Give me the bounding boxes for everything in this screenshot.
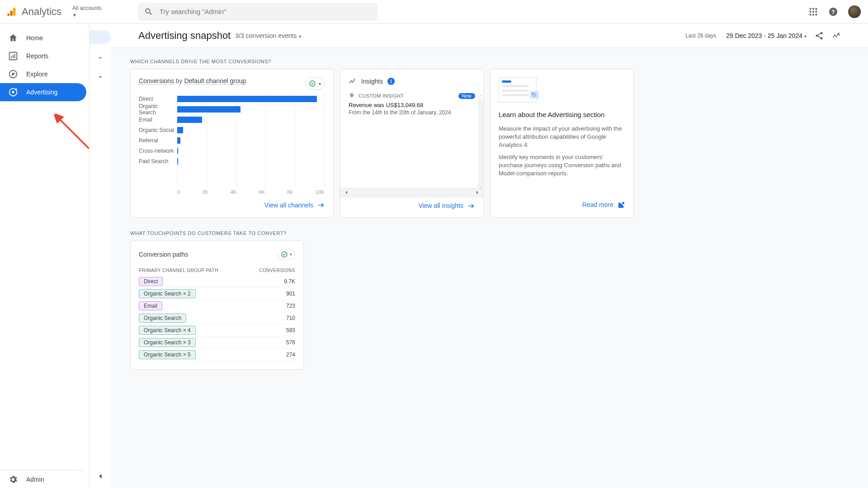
chart-bar-row: Organic Social [177,125,325,135]
path-row[interactable]: Organic Search × 5274 [139,349,295,361]
card-filter-dropdown[interactable]: ▾ [305,77,325,90]
share-icon[interactable] [815,31,824,40]
product-name: Analytics [22,6,61,18]
path-row[interactable]: Email723 [139,300,295,312]
account-label: All accounts [72,5,102,11]
insights-pager [340,188,483,197]
path-row[interactable]: Organic Search × 3576 [139,337,295,349]
path-value: 901 [286,291,295,297]
scroll-up-icon [478,93,483,99]
chart-bar-row: Direct [177,94,325,104]
rail-expand-2[interactable] [95,71,106,82]
nav-label: Explore [26,70,47,78]
channels-card-title: Conversions by Default channel group [139,77,246,84]
search-input[interactable] [160,8,371,15]
conversion-paths-card: Conversion paths ▾ PRIMARY CHANNEL GROUP… [130,240,304,370]
collapse-rail-button[interactable] [95,471,106,482]
section-1-label: WHICH CHANNELS DRIVE THE MOST CONVERSION… [130,59,849,64]
path-value: 576 [286,339,295,346]
path-value: 593 [286,327,295,333]
bar [177,96,317,102]
bar-label: Direct [139,96,175,102]
nav-reports[interactable]: Reports [0,47,86,65]
bar [177,158,178,164]
nav-explore[interactable]: Explore [0,65,86,83]
new-badge: New [458,93,475,99]
top-bar: Analytics All accounts ▾ ? [0,0,868,23]
bar-label: Referral [139,137,175,144]
user-avatar[interactable] [848,5,861,18]
svg-rect-4 [812,8,814,9]
paths-filter-dropdown[interactable]: ▾ [278,249,295,260]
learn-card-title: Learn about the Advertising section [499,111,625,118]
path-chip: Organic Search × 2 [139,289,196,298]
nav-label: Home [26,34,43,42]
svg-point-26 [533,94,533,94]
chart-bar-row: Referral [177,135,325,145]
svg-rect-1 [10,10,13,16]
section-2-label: WHAT TOUCHPOINTS DO CUSTOMERS TAKE TO CO… [130,230,849,236]
rail-expand-1[interactable] [95,52,106,63]
check-circle-icon [281,251,288,258]
svg-point-25 [310,81,315,86]
path-chip: Organic Search [139,314,186,323]
open-external-icon [617,201,625,209]
home-icon [8,33,18,43]
svg-point-2 [7,13,10,15]
path-value: 274 [286,352,295,358]
x-tick: 4K [231,189,236,195]
chevron-left-icon[interactable] [343,189,349,196]
insights-title: Insights [361,78,383,85]
nav-home[interactable]: Home [0,29,86,47]
scroll-thumb[interactable] [478,99,483,193]
trend-icon [349,77,357,85]
apps-icon[interactable] [808,7,818,17]
path-row[interactable]: Organic Search × 2901 [139,288,295,300]
help-icon[interactable]: ? [828,7,838,17]
learn-illustration [499,77,537,103]
path-row[interactable]: Organic Search710 [139,312,295,324]
path-row[interactable]: Direct9.7K [139,276,295,288]
insights-spark-icon[interactable] [832,31,841,40]
svg-rect-10 [812,14,814,15]
svg-point-24 [821,37,823,39]
search-bar[interactable] [138,3,377,21]
insight-item-title: Revenue was US$13,049.68 [349,102,475,108]
chart-bar-row: Email [177,114,325,125]
view-all-channels-link[interactable]: View all channels [139,197,325,209]
arrow-right-icon [317,201,325,209]
scrollbar[interactable] [478,94,483,190]
nav-admin[interactable]: Admin [0,470,86,488]
nav-advertising[interactable]: Advertising [0,83,86,101]
gear-icon [8,474,18,484]
svg-point-23 [816,34,818,37]
x-tick: 8K [287,189,293,195]
scroll-down-icon [478,186,483,191]
logo-block: Analytics [7,6,61,18]
bar [177,117,202,123]
metric-selector[interactable]: Conversions [139,77,174,85]
insights-card: Insights 1 CUSTOM INSIGHT New Revenue wa… [340,69,484,218]
account-selector[interactable]: All accounts ▾ [72,5,102,18]
svg-rect-3 [810,8,811,9]
x-tick: 0 [177,189,180,195]
learn-card-text-2: Identify key moments in your customers' … [499,153,625,178]
svg-rect-0 [13,7,16,15]
paths-col-2: CONVERSIONS [259,268,295,273]
learn-card: Learn about the Advertising section Meas… [490,69,634,218]
path-row[interactable]: Organic Search × 4593 [139,324,295,337]
view-all-insights-link[interactable]: View all insights [340,197,483,217]
svg-rect-16 [13,55,14,58]
svg-rect-9 [810,14,811,15]
conversion-events-selector[interactable]: 3/3 conversion events ▾ [235,32,301,39]
svg-point-27 [282,252,287,257]
bar [177,106,241,113]
learn-card-text-1: Measure the impact of your advertising w… [499,125,625,150]
read-more-link[interactable]: Read more [499,201,625,209]
date-range-selector[interactable]: 29 Dec 2023 - 25 Jan 2024 ▾ [726,32,807,39]
arrow-right-icon [467,202,475,210]
search-icon [144,7,153,16]
svg-rect-17 [14,54,15,58]
svg-rect-5 [816,8,817,9]
dimension-selector[interactable]: Default channel group [184,77,246,85]
